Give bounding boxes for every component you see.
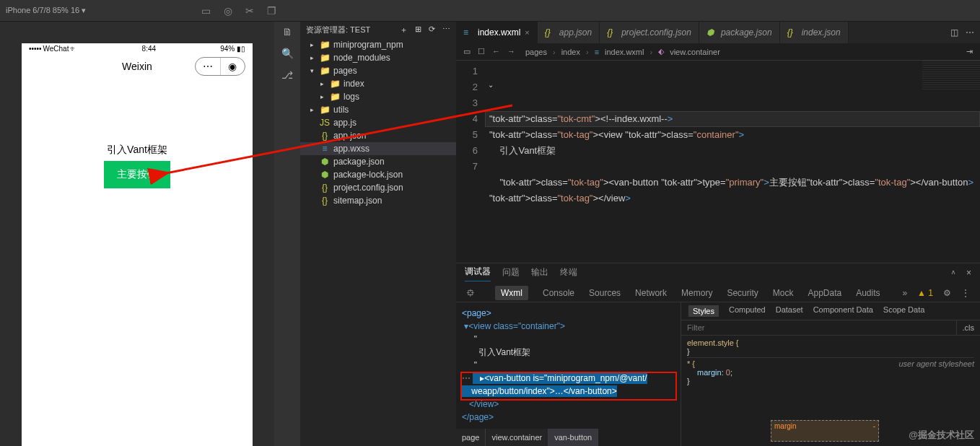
panel-tabs: 调试器问题输出终端 ＾ × [456,263,980,284]
more-tabs-icon[interactable]: » [902,288,907,298]
styles-tab[interactable]: Styles [688,305,719,317]
block-icon: ⬖ [658,47,664,56]
tree-item[interactable]: ≡app.wxss [300,142,456,155]
devtools-tab[interactable]: Memory [681,288,712,298]
layout-icon[interactable]: ▭ [463,47,471,56]
styles-tab[interactable]: Dataset [776,305,803,317]
sim-icon-cut[interactable]: ✂ [245,5,254,17]
crumb-2[interactable]: index [561,48,580,56]
new-folder-icon[interactable]: ⊞ [415,25,421,35]
devtools-tab[interactable]: AppData [808,288,841,298]
tree-item[interactable]: ⬢package.json [300,155,456,168]
tree-item[interactable]: ▸📁index [300,77,456,90]
styles-tab[interactable]: Scope Data [883,305,924,317]
compile-icon[interactable]: ⇥ [966,47,973,56]
sim-icon-stop[interactable]: ◎ [224,5,232,17]
git-icon[interactable]: ⎇ [281,69,293,81]
close-icon[interactable]: × [525,28,529,37]
tree-item[interactable]: ▾📁pages [300,64,456,77]
editor-tab[interactable]: {}app.json [538,22,600,43]
styles-tab[interactable]: Computed [729,305,766,317]
editor-tab[interactable]: {}index.json [780,22,849,43]
highlight-box [460,372,677,401]
tree-item[interactable]: ▸📁node_modules [300,51,456,64]
tree-item[interactable]: {}app.json [300,129,456,142]
refresh-icon[interactable]: ⟳ [429,25,435,35]
devtools-more-icon[interactable]: ⋮ [961,288,970,298]
more-icon[interactable]: ⋯ [442,25,450,35]
tree-item[interactable]: ▸📁utils [300,103,456,116]
panel-close-icon[interactable]: × [966,268,971,280]
explorer-pane: 资源管理器: TEST ＋ ⊞ ⟳ ⋯ ▸📁miniprogram_npm▸📁n… [300,22,456,446]
devtools-tab[interactable]: Mock [773,288,794,298]
panel-up-icon[interactable]: ＾ [949,268,958,280]
styles-tab[interactable]: Component Data [813,305,873,317]
devtools-tab[interactable]: Wxml [495,286,528,300]
panel-tab[interactable]: 问题 [502,266,520,281]
capsule-close-icon[interactable]: ◉ [221,58,245,75]
tree-item[interactable]: JSapp.js [300,116,456,129]
tree-item[interactable]: {}sitemap.json [300,194,456,207]
panel-tab[interactable]: 输出 [531,266,548,281]
sim-icon-dup[interactable]: ❐ [267,5,276,17]
bookmark-icon[interactable]: ☐ [478,47,485,56]
styles-tabs: StylesComputedDatasetComponent DataScope… [681,302,980,320]
devtools-tab[interactable]: Console [543,288,574,298]
crumb-1[interactable]: pages [525,48,547,56]
phone-frame: ••••• WeChatᯤ 8:44 94% ▮▯ Weixin ⋯ ◉ 引入V… [22,43,253,446]
warning-badge[interactable]: ▲ 1 [917,288,933,298]
nav-fwd-icon[interactable]: → [507,47,515,56]
element-crumbs[interactable]: pageview.containervan-button [456,429,598,446]
watermark: @掘金技术社区 [909,429,974,442]
device-selector[interactable]: iPhone 6/7/8 85% 16 ▾ [6,6,86,15]
styles-body[interactable]: element.style { } user agent stylesheet … [681,336,980,446]
devtools-tab[interactable]: Audits [856,288,880,298]
devtools-settings-icon[interactable]: ⚙ [943,288,951,298]
elements-panel[interactable]: <page> ▾<view class="container"> " 引入Van… [456,302,681,446]
crumb-3[interactable]: index.wxml [605,48,644,56]
tab-more-icon[interactable]: ⋯ [966,27,974,38]
primary-button[interactable]: 主要按钮 [104,161,170,188]
clock: 8:44 [142,45,156,53]
capsule[interactable]: ⋯ ◉ [195,57,245,76]
code-lines[interactable]: "tok-attr">class="tok-cmt"><!--index.wxm… [485,61,980,263]
fold-icon[interactable]: ⌄ [488,81,494,89]
code-editor[interactable]: 1234567 "tok-attr">class="tok-cmt"><!--i… [456,61,980,263]
signal-dots: ••••• [29,45,42,53]
files-icon[interactable]: 🗎 [282,26,292,38]
panel-tab[interactable]: 终端 [560,266,577,281]
split-icon[interactable]: ◫ [950,27,958,38]
search-icon[interactable]: 🔍 [281,48,294,59]
tree-item[interactable]: {}project.config.json [300,181,456,194]
devtools-tab[interactable]: Network [635,288,667,298]
breadcrumb: ▭ ☐ ← → pages› index› ≡index.wxml› ⬖view… [456,43,980,61]
cls-toggle[interactable]: .cls [956,320,981,335]
panel-tab[interactable]: 调试器 [465,266,491,281]
crumb-4[interactable]: view.container [670,48,720,56]
carrier-label: WeChat [43,45,69,53]
battery-pct: 94% [220,45,235,53]
devtools-tab[interactable]: Sources [589,288,621,298]
bottom-panel: 调试器问题输出终端 ＾ × ⯐WxmlConsoleSourcesNetwork… [456,263,980,446]
tree-item[interactable]: ⬢package-lock.json [300,168,456,181]
line-gutter: 1234567 [456,61,485,263]
editor-area: ≡index.wxml×{}app.json{}project.config.j… [456,22,980,446]
file-tree[interactable]: ▸📁miniprogram_npm▸📁node_modules▾📁pages▸📁… [300,38,456,446]
nav-back-icon[interactable]: ← [492,47,500,56]
devtools-tab[interactable]: Security [727,288,758,298]
wifi-icon: ᯤ [70,45,77,53]
editor-tabs: ≡index.wxml×{}app.json{}project.config.j… [456,22,980,43]
app-toolbar: iPhone 6/7/8 85% 16 ▾ ▭ ◎ ✂ ❐ [0,0,980,22]
editor-sidebar: 🗎 🔍 ⎇ [274,22,300,446]
tree-item[interactable]: ▸📁miniprogram_npm [300,38,456,51]
new-file-icon[interactable]: ＋ [400,25,408,35]
editor-tab[interactable]: ≡index.wxml× [456,22,538,43]
tree-item[interactable]: ▸📁logs [300,90,456,103]
styles-filter-input[interactable] [681,320,956,335]
inspect-icon[interactable]: ⯐ [466,288,475,298]
minimap[interactable] [922,61,980,89]
editor-tab[interactable]: {}project.config.json [600,22,699,43]
capsule-menu-icon[interactable]: ⋯ [196,58,221,75]
sim-icon-1[interactable]: ▭ [201,5,211,17]
editor-tab[interactable]: ⬢package.json [699,22,780,43]
